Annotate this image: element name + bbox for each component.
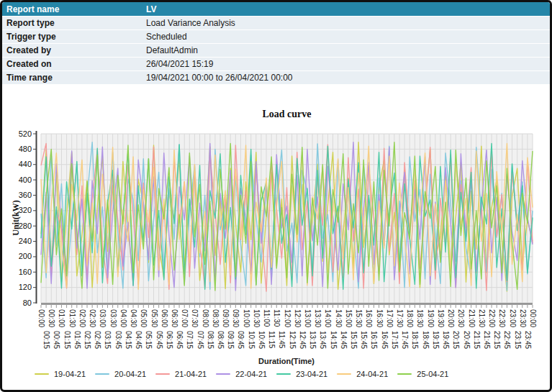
- x-tick-label: 14:15: [330, 331, 338, 349]
- legend-label: 20-04-21: [114, 370, 146, 378]
- legend-line-swatch: [95, 373, 109, 375]
- x-axis-title: Duration(Time): [258, 357, 315, 365]
- x-tick-label: 05:30: [150, 309, 158, 327]
- report-page: 8012016020024028032036040044048052000:00…: [0, 0, 552, 392]
- report-info-row: Trigger typeScheduled: [2, 30, 550, 44]
- x-tick-label: 08:30: [212, 309, 220, 327]
- x-tick-label: 02:30: [89, 309, 96, 327]
- x-tick-label: 06:15: [166, 331, 173, 349]
- x-tick-label: 12:15: [289, 331, 297, 349]
- report-info-row: Created byDefaultAdmin: [2, 44, 550, 58]
- x-tick-label: 07:15: [186, 331, 194, 349]
- y-tick-label: 200: [19, 252, 32, 260]
- x-tick-label: 17:45: [401, 331, 409, 349]
- x-tick-label: 15:30: [355, 309, 363, 327]
- x-tick-label: 20:45: [463, 331, 471, 349]
- x-tick-label: 04:15: [125, 331, 132, 349]
- x-tick-label: 16:30: [376, 309, 384, 327]
- x-tick-label: 04:45: [135, 331, 142, 349]
- legend-label: 22-04-21: [235, 370, 267, 378]
- x-tick-label: 17:30: [396, 309, 404, 327]
- y-tick-label: 400: [19, 176, 32, 184]
- x-tick-label: 18:15: [411, 331, 419, 349]
- x-tick-label: 16:00: [365, 309, 373, 327]
- y-tick-label: 360: [19, 191, 32, 199]
- x-tick-label: 19:00: [427, 309, 435, 327]
- x-tick-label: 08:00: [202, 309, 209, 327]
- legend-line-swatch: [276, 373, 291, 375]
- x-tick-label: 19:15: [432, 331, 440, 349]
- x-tick-label: 23:15: [514, 331, 522, 349]
- x-tick-label: 15:00: [345, 309, 353, 327]
- x-tick-label: 07:00: [181, 309, 189, 327]
- x-tick-label: 17:00: [386, 309, 394, 327]
- x-tick-label: 20:30: [457, 309, 465, 327]
- x-tick-label: 16:15: [370, 331, 378, 349]
- x-tick-label: 13:00: [304, 309, 312, 327]
- x-tick-label: 11:00: [263, 309, 271, 327]
- x-tick-label: 02:45: [94, 331, 101, 349]
- report-info-row: Created on26/04/2021 15:19: [2, 58, 550, 71]
- legend-item: 20-04-21: [95, 370, 146, 378]
- report-info-value: Load Variance Analysis: [146, 18, 550, 28]
- chart-title: Load curve: [41, 109, 533, 120]
- x-tick-label: 20:15: [452, 331, 460, 349]
- x-tick-label: 06:45: [176, 331, 184, 349]
- y-tick-label: 520: [19, 129, 32, 138]
- x-tick-label: 02:00: [78, 309, 86, 327]
- legend-item: 22-04-21: [216, 370, 267, 378]
- report-info-value: DefaultAdmin: [146, 45, 550, 55]
- report-info-label: Trigger type: [2, 32, 146, 42]
- report-info-value: 19/04/2021 00:00 to 26/04/2021 00:00: [146, 73, 550, 83]
- x-tick-label: 08:45: [217, 331, 225, 349]
- x-tick-label: 09:00: [222, 309, 230, 327]
- x-tick-label: 14:45: [340, 331, 348, 349]
- x-tick-label: 09:45: [237, 331, 245, 349]
- x-tick-label: 13:45: [319, 331, 327, 349]
- legend-item: 24-04-21: [337, 370, 388, 378]
- x-tick-label: 12:00: [284, 309, 291, 327]
- x-tick-label: 21:15: [473, 331, 481, 349]
- x-tick-label: 05:15: [145, 331, 153, 349]
- chart-legend: 19-04-2120-04-2121-04-2122-04-2123-04-21…: [35, 370, 448, 378]
- x-tick-label: 14:00: [324, 309, 332, 327]
- x-tick-label: 09:30: [232, 309, 240, 327]
- x-tick-label: 11:45: [278, 331, 286, 349]
- legend-line-swatch: [155, 373, 170, 375]
- legend-line-swatch: [35, 373, 49, 375]
- legend-item: 19-04-21: [35, 370, 86, 378]
- legend-item: 23-04-21: [276, 370, 327, 378]
- x-tick-label: 18:45: [422, 331, 430, 349]
- legend-label: 24-04-21: [356, 370, 388, 378]
- x-tick-label: 01:30: [68, 309, 76, 327]
- legend-label: 19-04-21: [54, 370, 86, 378]
- x-tick-label: 08:15: [207, 331, 214, 349]
- x-tick-label: 22:00: [488, 309, 496, 327]
- report-info-label: Created by: [2, 45, 146, 55]
- x-tick-label: 00:45: [53, 331, 60, 349]
- x-tick-label: 00:15: [42, 331, 50, 349]
- x-tick-label: 21:45: [483, 331, 491, 349]
- x-tick-label: 02:15: [83, 331, 91, 349]
- x-tick-label: 05:45: [155, 331, 163, 349]
- x-tick-label: 12:30: [294, 309, 302, 327]
- x-tick-label: 10:45: [258, 331, 266, 349]
- x-tick-label: 03:45: [114, 331, 122, 349]
- x-tick-label: 18:30: [416, 309, 424, 327]
- y-tick-label: 440: [19, 160, 32, 168]
- report-info-label: Created on: [2, 59, 146, 69]
- x-tick-label: 15:15: [350, 331, 358, 349]
- y-axis-title: Unit(kW): [11, 200, 22, 235]
- x-tick-label: 10:30: [253, 309, 261, 327]
- x-tick-label: 22:30: [498, 309, 506, 327]
- x-tick-label: 05:00: [140, 309, 148, 327]
- x-tick-label: 23:45: [524, 331, 532, 349]
- x-tick-label: 06:00: [160, 309, 168, 327]
- x-tick-label: 16:45: [381, 331, 389, 349]
- x-tick-label: 06:30: [171, 309, 178, 327]
- x-tick-label: 10:15: [248, 331, 255, 349]
- x-tick-label: 10:00: [243, 309, 250, 327]
- x-tick-label: 01:00: [58, 309, 65, 327]
- x-tick-label: 13:30: [314, 309, 322, 327]
- legend-line-swatch: [397, 373, 412, 375]
